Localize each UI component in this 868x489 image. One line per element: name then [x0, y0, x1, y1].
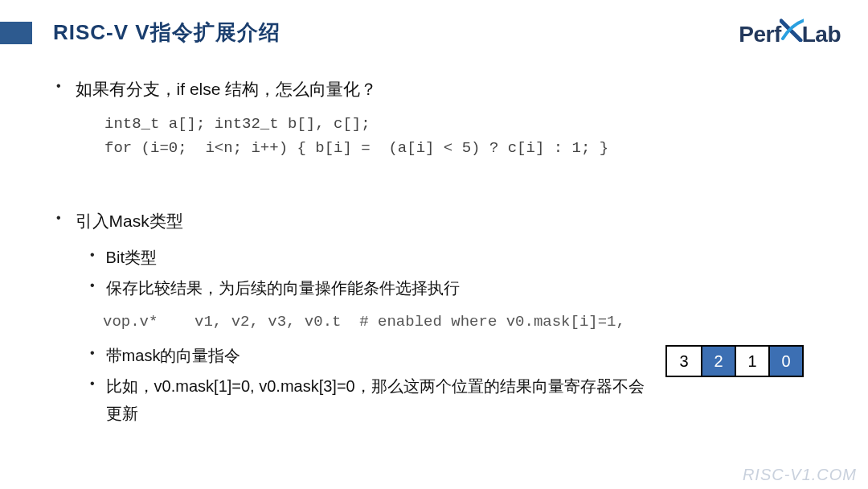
- bullet-save-compare: • 保存比较结果，为后续的向量操作能条件选择执行: [90, 274, 812, 302]
- sub-bullets-example: • 带mask的向量指令 • 比如，v0.mask[1]=0, v0.mask[…: [90, 342, 649, 427]
- logo-lab-text: Lab: [802, 22, 841, 47]
- slide-content: • 如果有分支，if else 结构，怎么向量化？ int8_t a[]; in…: [0, 60, 868, 430]
- bullet-text: Bit类型: [106, 244, 157, 271]
- bullet-dot-icon: •: [56, 207, 61, 228]
- code-block-ifelse: int8_t a[]; int32_t b[], c[]; for (i=0; …: [104, 112, 812, 161]
- logo-perf-text: Perf: [739, 22, 780, 47]
- title-accent-bar: [0, 22, 32, 44]
- bit-box-2: 2: [701, 347, 735, 376]
- sub-bullets-mask: • Bit类型 • 保存比较结果，为后续的向量操作能条件选择执行: [90, 244, 812, 302]
- bullet-text: 如果有分支，if else 结构，怎么向量化？: [76, 75, 378, 104]
- slide-header: RISC-V V指令扩展介绍 Perf Lab: [0, 0, 868, 60]
- code-block-vop: vop.v* v1, v2, v3, v0.t # enabled where …: [103, 313, 812, 331]
- code-line: for (i=0; i<n; i++) { b[i] = (a[i] < 5) …: [104, 139, 608, 157]
- bullet-dot-icon: •: [90, 342, 95, 364]
- slide-title: RISC-V V指令扩展介绍: [53, 18, 280, 47]
- bullet-mask-example: • 比如，v0.mask[1]=0, v0.mask[3]=0，那么这两个位置的…: [90, 372, 649, 427]
- bullet-bit-type: • Bit类型: [90, 244, 812, 271]
- bullet-mask-type: • 引入Mask类型: [56, 207, 812, 236]
- logo-x-icon: [780, 18, 804, 42]
- bullet-dot-icon: •: [90, 372, 95, 394]
- bullet-dot-icon: •: [90, 244, 95, 265]
- bit-boxes: 3 2 1 0: [665, 345, 804, 377]
- bullet-text: 带mask的向量指令: [106, 342, 241, 369]
- bit-box-1: 1: [735, 347, 768, 376]
- bullet-branching: • 如果有分支，if else 结构，怎么向量化？: [56, 75, 812, 104]
- title-wrap: RISC-V V指令扩展介绍: [0, 18, 280, 47]
- bullet-dot-icon: •: [90, 274, 95, 296]
- perfxlab-logo: Perf Lab: [739, 18, 841, 47]
- bullet-text: 引入Mask类型: [76, 207, 183, 236]
- bullet-text: 比如，v0.mask[1]=0, v0.mask[3]=0，那么这两个位置的结果…: [106, 372, 649, 427]
- code-line: int8_t a[]; int32_t b[], c[];: [104, 115, 371, 133]
- watermark: RISC-V1.COM: [743, 466, 857, 484]
- mask-example-row: • 带mask的向量指令 • 比如，v0.mask[1]=0, v0.mask[…: [56, 342, 812, 430]
- bit-box-3: 3: [667, 347, 701, 376]
- bit-box-0: 0: [768, 347, 802, 376]
- bullet-text: 保存比较结果，为后续的向量操作能条件选择执行: [106, 274, 460, 302]
- bullet-dot-icon: •: [56, 75, 61, 97]
- bullet-mask-instr: • 带mask的向量指令: [90, 342, 649, 369]
